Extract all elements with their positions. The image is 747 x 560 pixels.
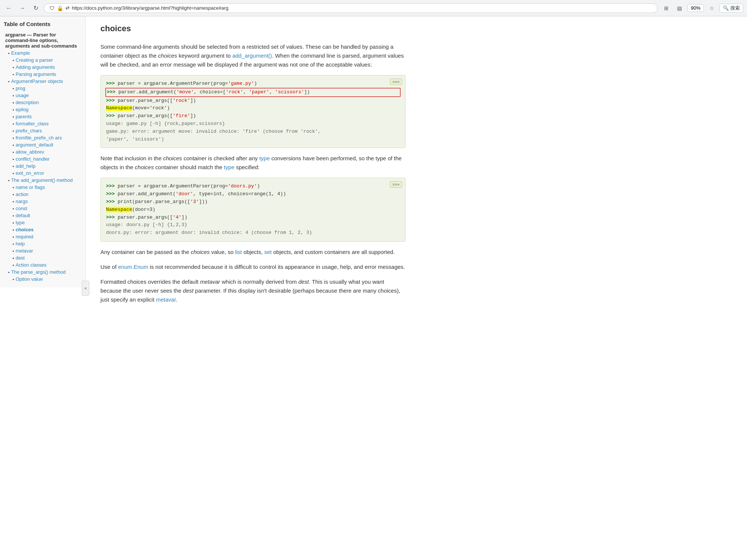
refresh-button[interactable]: ↻: [31, 3, 41, 13]
sidebar-item-argparse[interactable]: argparse — Parser for command-line optio…: [4, 32, 81, 49]
sidebar-link-default[interactable]: default: [16, 213, 30, 218]
set-link[interactable]: set: [264, 249, 272, 255]
sidebar-link-argumentparser[interactable]: ArgumentParser objects: [11, 78, 63, 84]
qr-icon: ⊞: [664, 5, 669, 11]
sidebar-item-prog[interactable]: ▪ prog: [4, 85, 81, 91]
sidebar-link-nargs[interactable]: nargs: [16, 199, 28, 204]
sidebar-item-exit-on-error[interactable]: ▪ exit_on_error: [4, 170, 81, 176]
sidebar-link-parents[interactable]: parents: [16, 114, 32, 119]
sidebar-item-metavar[interactable]: ▪ metavar: [4, 248, 81, 254]
sidebar-link-creating-parser[interactable]: Creating a parser: [16, 57, 53, 63]
sidebar-link-option-value[interactable]: Option value: [16, 276, 43, 282]
sidebar-link-allow-abbrev[interactable]: allow_abbrev: [16, 149, 44, 155]
sidebar-link-prog[interactable]: prog: [16, 86, 25, 91]
sidebar-item-action-classes[interactable]: ▪ Action classes: [4, 262, 81, 268]
sidebar-item-parents[interactable]: ▪ parents: [4, 113, 81, 120]
search-icon: 🔍: [723, 5, 729, 11]
sidebar-item-option-value[interactable]: ▪ Option value: [4, 276, 81, 282]
bullet-icon: ▪: [8, 178, 10, 183]
metavar-link[interactable]: metavar: [156, 296, 176, 303]
sidebar-link-conflict-handler[interactable]: conflict_handler: [16, 156, 49, 162]
sidebar-item-const[interactable]: ▪ const: [4, 205, 81, 212]
sidebar-link-metavar[interactable]: metavar: [16, 248, 33, 254]
bullet-icon: ▪: [13, 213, 14, 218]
sidebar-item-name-or-flags[interactable]: ▪ name or flags: [4, 184, 81, 190]
sidebar-item-parse-args[interactable]: ▪ The parse_args() method: [4, 269, 81, 275]
p3-choices-italic: choices: [191, 249, 210, 255]
sidebar-item-example[interactable]: ▪ Example: [4, 50, 81, 56]
sidebar-link-help[interactable]: help: [16, 241, 25, 247]
sidebar-link-add-argument-method[interactable]: The add_argument() method: [11, 177, 73, 183]
sidebar-item-argumentparser[interactable]: ▪ ArgumentParser objects: [4, 78, 81, 84]
forward-button[interactable]: →: [17, 3, 28, 13]
search-box[interactable]: 🔍 搜索: [719, 4, 743, 13]
sidebar-item-parsing-arguments[interactable]: ▪ Parsing arguments: [4, 71, 81, 77]
sidebar-item-dest[interactable]: ▪ dest: [4, 255, 81, 261]
sidebar-link-example[interactable]: Example: [11, 50, 30, 56]
sidebar-link-epilog[interactable]: epilog: [16, 107, 29, 112]
sidebar-link-name-or-flags[interactable]: name or flags: [16, 184, 45, 190]
sidebar-link-choices[interactable]: choices: [16, 227, 33, 232]
sidebar-item-choices[interactable]: ▪ choices: [4, 226, 81, 233]
sidebar-link-description[interactable]: description: [16, 100, 39, 105]
add-argument-link[interactable]: add_argument(): [232, 52, 272, 59]
sidebar-link-dest[interactable]: dest: [16, 255, 25, 261]
sidebar-link-type[interactable]: type: [16, 220, 25, 225]
sidebar-item-required[interactable]: ▪ required: [4, 234, 81, 240]
type-link-1[interactable]: type: [259, 155, 270, 161]
sidebar-link-formatter-class[interactable]: formatter_class: [16, 121, 49, 126]
type-link-2[interactable]: type: [224, 164, 234, 170]
address-bar[interactable]: 🛡 🔒 ⇄ https://docs.python.org/3/library/…: [44, 3, 658, 13]
sidebar-item-add-argument-method[interactable]: ▪ The add_argument() method: [4, 177, 81, 183]
sidebar-item-prefix-chars[interactable]: ▪ prefix_chars: [4, 128, 81, 134]
sidebar-link-parsing-arguments[interactable]: Parsing arguments: [16, 71, 56, 77]
p2-text-mid: container is checked after any: [182, 155, 259, 161]
enum-link[interactable]: enum.Enum: [118, 264, 148, 270]
sidebar-item-default[interactable]: ▪ default: [4, 212, 81, 219]
sidebar-item-formatter-class[interactable]: ▪ formatter_class: [4, 120, 81, 127]
sidebar-item-description[interactable]: ▪ description: [4, 99, 81, 106]
paragraph-4: Use of enum.Enum is not recommended beca…: [100, 263, 405, 271]
sidebar-item-adding-arguments[interactable]: ▪ Adding arguments: [4, 64, 81, 70]
main-layout: Table of Contents argparse — Parser for …: [0, 16, 747, 560]
sidebar-item-allow-abbrev[interactable]: ▪ allow_abbrev: [4, 149, 81, 155]
sidebar-item-help[interactable]: ▪ help: [4, 241, 81, 247]
sidebar-item-add-help[interactable]: ▪ add_help: [4, 163, 81, 169]
sidebar-item-action[interactable]: ▪ action: [4, 191, 81, 197]
sidebar-item-type[interactable]: ▪ type: [4, 219, 81, 226]
qr-button[interactable]: ⊞: [661, 3, 672, 14]
paragraph-1: Some command-line arguments should be se…: [100, 42, 405, 69]
sidebar-item-nargs[interactable]: ▪ nargs: [4, 198, 81, 205]
collapse-sidebar-button[interactable]: «: [82, 281, 89, 296]
code-expand-button-2[interactable]: >>>: [390, 181, 402, 188]
forward-icon: →: [19, 5, 25, 12]
sidebar-link-const[interactable]: const: [16, 206, 27, 211]
sidebar-link-prefix-chars[interactable]: prefix_chars: [16, 128, 42, 133]
sidebar-link-exit-on-error[interactable]: exit_on_error: [16, 170, 44, 176]
sidebar-link-argparse[interactable]: argparse — Parser for command-line optio…: [5, 32, 81, 49]
back-button[interactable]: ←: [4, 3, 14, 13]
code-expand-button-1[interactable]: >>>: [390, 78, 402, 85]
zoom-button[interactable]: 90%: [687, 4, 704, 12]
bullet-icon: ▪: [13, 72, 14, 77]
sidebar-link-required[interactable]: required: [16, 234, 33, 239]
sidebar-item-epilog[interactable]: ▪ epilog: [4, 106, 81, 113]
code-line-1: >>> parser = argparse.ArgumentParser(pro…: [106, 80, 400, 88]
sidebar-link-argument-default[interactable]: argument_default: [16, 142, 53, 148]
sidebar-link-usage[interactable]: usage: [16, 93, 29, 98]
reader-button[interactable]: ▤: [674, 3, 685, 14]
sidebar-item-fromfile-prefix-chars[interactable]: ▪ fromfile_prefix_ch ars: [4, 135, 81, 141]
sidebar-item-creating-parser[interactable]: ▪ Creating a parser: [4, 57, 81, 63]
paragraph-5: Formatted choices overrides the default …: [100, 277, 405, 304]
sidebar-item-usage[interactable]: ▪ usage: [4, 92, 81, 99]
sidebar-link-adding-arguments[interactable]: Adding arguments: [16, 64, 55, 70]
sidebar-link-action-classes[interactable]: Action classes: [16, 262, 47, 268]
sidebar-link-action[interactable]: action: [16, 192, 29, 197]
sidebar-link-fromfile-prefix-chars[interactable]: fromfile_prefix_ch ars: [16, 135, 62, 141]
list-link[interactable]: list: [235, 249, 242, 255]
sidebar-item-argument-default[interactable]: ▪ argument_default: [4, 142, 81, 148]
bookmark-button[interactable]: ☆: [706, 3, 717, 14]
sidebar-item-conflict-handler[interactable]: ▪ conflict_handler: [4, 156, 81, 162]
sidebar-link-parse-args[interactable]: The parse_args() method: [11, 269, 66, 275]
sidebar-link-add-help[interactable]: add_help: [16, 163, 36, 169]
